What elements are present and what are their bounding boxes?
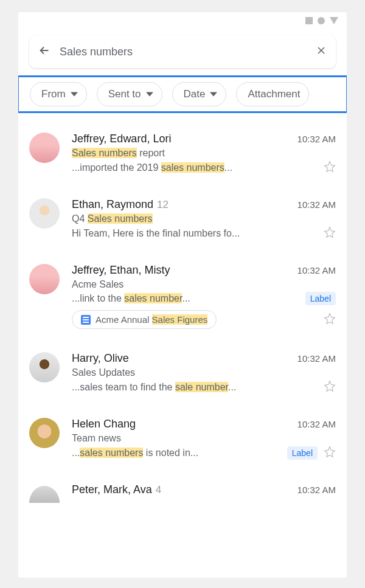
sender-names: Jeffrey, Edward, Lori	[72, 133, 171, 145]
window-controls	[305, 17, 338, 24]
email-time: 10:32 AM	[297, 485, 336, 495]
search-input[interactable]: Sales numbers	[60, 46, 315, 58]
email-subject: Sales Updates	[72, 367, 336, 378]
star-icon[interactable]	[324, 226, 336, 241]
sender-names: Ethan, Raymond12	[72, 198, 169, 211]
star-icon[interactable]	[324, 313, 336, 327]
filter-chip-attachment[interactable]: Attachment	[236, 82, 309, 106]
sender-names: Helen Chang	[72, 418, 136, 431]
email-row[interactable]: Jeffrey, Edward, Lori 10:32 AM Sales num…	[29, 124, 336, 190]
avatar	[29, 133, 60, 163]
email-subject: Sales numbers report	[72, 148, 336, 159]
sender-names: Harry, Olive	[72, 352, 129, 365]
circle-icon	[318, 17, 325, 24]
chip-label: Date	[184, 88, 206, 100]
highlight: sales numbers	[80, 448, 143, 458]
email-subject: Q4 Sales numbers	[72, 213, 336, 224]
search-bar[interactable]: Sales numbers	[29, 35, 336, 68]
email-time: 10:32 AM	[297, 265, 336, 275]
email-subject: Team news	[72, 433, 336, 444]
email-snippet: ...link to the sales number...	[72, 293, 299, 304]
highlight: Sales numbers	[88, 213, 153, 224]
email-snippet: ...imported the 2019 sales numbers...	[72, 162, 318, 173]
thread-count: 12	[157, 199, 169, 210]
chevron-down-icon	[71, 91, 78, 98]
email-row[interactable]: Ethan, Raymond12 10:32 AM Q4 Sales numbe…	[29, 190, 336, 255]
thread-count: 4	[156, 484, 161, 496]
filter-chip-sent-to[interactable]: Sent to	[97, 82, 162, 106]
chip-label: Sent to	[108, 88, 141, 100]
star-icon[interactable]	[324, 446, 336, 460]
email-time: 10:32 AM	[297, 199, 336, 210]
square-icon	[305, 17, 313, 24]
attachment-chip[interactable]: Acme Annual Sales Figures	[72, 310, 217, 329]
email-snippet: Hi Team, Here is the final numbers fo...	[72, 228, 318, 239]
email-row[interactable]: Helen Chang 10:32 AM Team news ...sales …	[29, 409, 336, 475]
filter-chip-date[interactable]: Date	[172, 82, 227, 106]
chip-label: Attachment	[248, 88, 300, 100]
label-chip[interactable]: Label	[305, 292, 336, 305]
chevron-down-icon	[146, 91, 153, 98]
document-icon	[81, 315, 91, 325]
email-subject: Acme Sales	[72, 279, 336, 290]
sender-names: Jeffrey, Ethan, Misty	[72, 264, 170, 277]
avatar	[29, 264, 60, 294]
back-arrow-icon[interactable]	[38, 44, 51, 60]
avatar	[29, 352, 60, 382]
star-icon[interactable]	[324, 161, 336, 175]
highlight: sales numbers	[161, 162, 224, 173]
avatar	[29, 418, 60, 448]
email-snippet: ...sales team to find the sale number...	[72, 382, 318, 393]
email-snippet: ...sales numbers is noted in...	[72, 448, 281, 458]
sender-names: Peter, Mark, Ava4	[72, 483, 161, 496]
triangle-down-icon	[330, 17, 338, 24]
filter-chip-row: From Sent to Date Attachment	[18, 75, 347, 113]
chevron-down-icon	[210, 91, 217, 98]
clear-search-icon[interactable]	[315, 44, 327, 60]
avatar	[29, 486, 60, 503]
highlight: Sales Figures	[152, 314, 208, 325]
avatar	[29, 198, 60, 229]
email-time: 10:32 AM	[297, 353, 336, 364]
highlight: sales number	[124, 293, 182, 303]
highlight: sale number	[175, 382, 228, 392]
chip-label: From	[41, 88, 66, 100]
label-chip[interactable]: Label	[287, 446, 318, 460]
email-row[interactable]: Peter, Mark, Ava4 10:32 AM	[29, 475, 336, 503]
email-app: Sales numbers From Sent to Date Attachme…	[18, 12, 347, 578]
email-list: Jeffrey, Edward, Lori 10:32 AM Sales num…	[18, 119, 347, 503]
highlight: Sales numbers	[72, 148, 137, 158]
filter-chip-from[interactable]: From	[30, 82, 87, 106]
email-row[interactable]: Jeffrey, Ethan, Misty 10:32 AM Acme Sale…	[29, 255, 336, 344]
email-time: 10:32 AM	[297, 134, 336, 144]
email-time: 10:32 AM	[297, 419, 336, 429]
star-icon[interactable]	[324, 380, 336, 395]
email-row[interactable]: Harry, Olive 10:32 AM Sales Updates ...s…	[29, 344, 336, 409]
